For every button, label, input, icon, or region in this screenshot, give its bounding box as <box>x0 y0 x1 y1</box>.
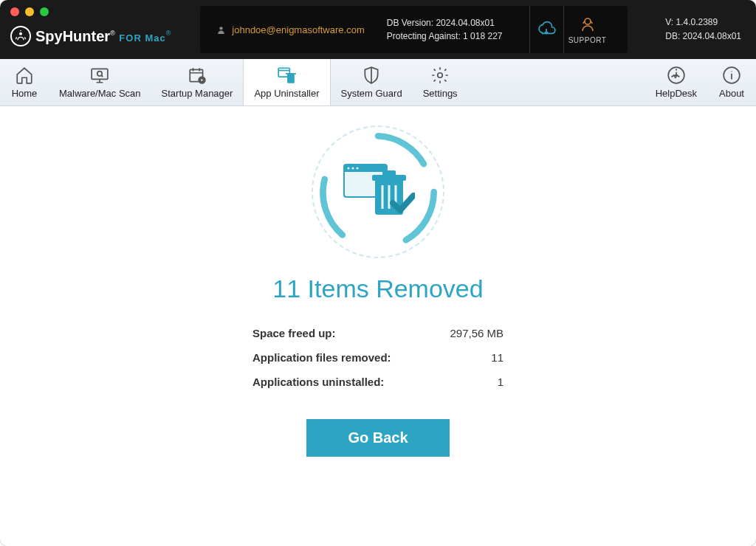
header-info-panel: johndoe@enigmasoftware.com DB Version: 2… <box>200 6 627 53</box>
db-version-text: DB Version: 2024.04.08x01 <box>387 16 503 30</box>
tab-helpdesk[interactable]: HelpDesk <box>645 59 707 106</box>
result-stats: Space freed up: 297,56 MB Application fi… <box>252 321 504 394</box>
tab-uninstaller[interactable]: App Uninstaller <box>243 59 330 106</box>
helpdesk-icon <box>667 66 686 85</box>
window-controls <box>10 7 49 16</box>
tab-startup[interactable]: Startup Manager <box>151 59 244 106</box>
stat-value: 11 <box>491 351 504 364</box>
logo-icon <box>10 26 31 46</box>
stat-row: Applications uninstalled: 1 <box>252 370 504 394</box>
svg-point-0 <box>19 32 22 35</box>
titlebar: SpyHunter® FOR Mac® johndoe@enigmasoftwa… <box>0 0 756 59</box>
svg-rect-8 <box>288 74 295 83</box>
result-illustration <box>312 125 444 258</box>
monitor-search-icon <box>90 66 109 85</box>
tab-uninstaller-label: App Uninstaller <box>254 88 319 99</box>
result-title: 11 Items Removed <box>272 274 483 303</box>
support-icon <box>579 15 597 33</box>
stat-value: 1 <box>498 376 504 388</box>
stat-label: Applications uninstalled: <box>252 376 384 388</box>
content-area: 11 Items Removed Space freed up: 297,56 … <box>0 106 756 457</box>
window-trash-icon <box>277 66 296 85</box>
tab-helpdesk-label: HelpDesk <box>656 88 697 99</box>
minimize-window-button[interactable] <box>25 7 34 16</box>
tab-guard[interactable]: System Guard <box>331 59 413 106</box>
gear-icon <box>430 66 450 85</box>
tab-home[interactable]: Home <box>0 59 49 106</box>
db-text: DB: 2024.04.08x01 <box>665 30 741 44</box>
tab-settings[interactable]: Settings <box>413 59 468 106</box>
tab-settings-label: Settings <box>423 88 458 99</box>
cloud-sync-button[interactable] <box>530 6 564 53</box>
home-icon <box>15 66 34 85</box>
tab-guard-label: System Guard <box>341 88 402 99</box>
brand-name: SpyHunter® FOR Mac® <box>35 28 171 45</box>
stat-row: Application files removed: 11 <box>252 345 504 370</box>
version-text: V: 1.4.0.2389 <box>665 15 741 30</box>
main-toolbar: Home Malware/Mac Scan Startup Manager Ap… <box>0 59 756 106</box>
app-window: SpyHunter® FOR Mac® johndoe@enigmasoftwa… <box>0 0 756 546</box>
stat-label: Space freed up: <box>252 327 336 339</box>
maximize-window-button[interactable] <box>40 7 49 16</box>
close-window-button[interactable] <box>10 7 19 16</box>
tab-about[interactable]: About <box>707 59 756 106</box>
info-icon <box>722 66 741 85</box>
svg-point-1 <box>220 27 223 30</box>
tab-scan-label: Malware/Mac Scan <box>59 88 141 99</box>
svg-rect-3 <box>92 69 108 79</box>
user-email[interactable]: johndoe@enigmasoftware.com <box>216 24 364 35</box>
shield-icon <box>362 66 381 85</box>
calendar-play-icon <box>188 66 207 85</box>
user-icon <box>216 25 226 35</box>
protecting-count-text: Protecting Against: 1 018 227 <box>387 30 503 43</box>
svg-point-9 <box>438 73 443 78</box>
stat-row: Space freed up: 297,56 MB <box>252 321 504 345</box>
tab-scan[interactable]: Malware/Mac Scan <box>49 59 151 106</box>
support-button[interactable]: SUPPORT <box>564 6 611 53</box>
cloud-download-icon <box>537 20 556 39</box>
tab-home-label: Home <box>12 88 38 99</box>
tab-startup-label: Startup Manager <box>162 88 233 99</box>
ring-arcs <box>315 128 441 255</box>
tab-about-label: About <box>719 88 744 99</box>
app-logo: SpyHunter® FOR Mac® <box>10 26 171 46</box>
db-info: DB Version: 2024.04.08x01 Protecting Aga… <box>387 16 503 43</box>
go-back-button[interactable]: Go Back <box>306 419 449 457</box>
support-label: SUPPORT <box>568 36 607 44</box>
support-group: SUPPORT <box>529 6 611 53</box>
version-info: V: 1.4.0.2389 DB: 2024.04.08x01 <box>665 15 741 44</box>
stat-value: 297,56 MB <box>450 327 504 339</box>
stat-label: Application files removed: <box>252 351 391 364</box>
user-email-text: johndoe@enigmasoftware.com <box>232 24 364 35</box>
toolbar-spacer <box>468 59 645 106</box>
svg-point-2 <box>585 18 591 24</box>
